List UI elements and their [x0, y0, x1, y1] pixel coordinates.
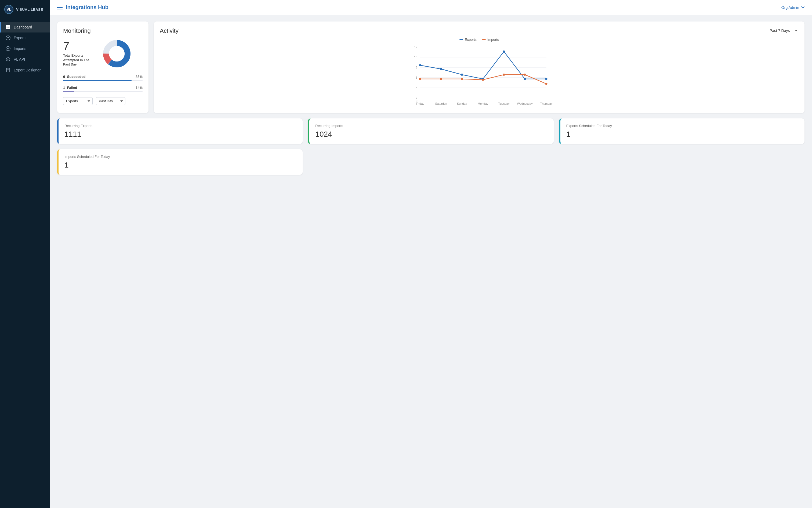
- legend-exports-label: Exports: [465, 38, 477, 42]
- sidebar-item-export-designer[interactable]: Export Designer: [0, 65, 50, 76]
- svg-point-17: [109, 46, 125, 61]
- monitoring-title: Monitoring: [63, 28, 142, 34]
- logo-icon: VL: [4, 5, 13, 14]
- topbar-left: Integrations Hub: [57, 4, 109, 10]
- sidebar-label-exports: Exports: [14, 36, 26, 40]
- svg-point-51: [545, 83, 548, 85]
- svg-point-46: [440, 78, 442, 80]
- svg-rect-1: [8, 25, 10, 27]
- hamburger-menu[interactable]: [57, 6, 62, 9]
- monitoring-body: 7 Total Exports Attempted In The Past Da…: [63, 38, 142, 70]
- activity-header: Activity Past 7 Days Past 30 Days Past 9…: [160, 28, 799, 34]
- activity-card: Activity Past 7 Days Past 30 Days Past 9…: [154, 22, 805, 113]
- failed-count: 1: [63, 86, 65, 90]
- chevron-down-icon: [801, 6, 805, 9]
- sidebar-item-imports[interactable]: Imports: [0, 43, 50, 54]
- sidebar-label-export-designer: Export Designer: [14, 68, 41, 72]
- sidebar-item-dashboard[interactable]: Dashboard: [0, 22, 50, 33]
- stat-label-recurring-imports: Recurring Imports: [315, 124, 548, 128]
- vl-api-icon: API: [6, 57, 10, 62]
- topbar: Integrations Hub Org Admin: [50, 0, 812, 15]
- svg-rect-3: [8, 28, 10, 29]
- svg-text:12: 12: [414, 45, 417, 49]
- exports-icon: [6, 35, 10, 40]
- stat-card-recurring-exports: Recurring Exports 1111: [57, 118, 303, 144]
- monitoring-info: 7 Total Exports Attempted In The Past Da…: [63, 41, 95, 67]
- svg-point-49: [503, 74, 505, 76]
- stat-value-exports-today: 1: [566, 130, 799, 138]
- legend-imports-label: Imports: [487, 38, 499, 42]
- svg-point-42: [503, 50, 505, 53]
- succeeded-bar: [63, 80, 132, 81]
- sidebar-item-exports[interactable]: Exports: [0, 33, 50, 43]
- sidebar-item-vl-api[interactable]: API VL API: [0, 54, 50, 65]
- legend-imports: Imports: [482, 38, 499, 42]
- imports-legend-color: [482, 39, 486, 40]
- svg-text:API: API: [6, 59, 9, 61]
- svg-text:Monday: Monday: [478, 102, 488, 105]
- logo-name: VISUAL LEASE: [16, 7, 43, 11]
- svg-point-47: [461, 78, 463, 80]
- stat-card-exports-today: Exports Scheduled For Today 1: [559, 118, 805, 144]
- sidebar: VL VISUAL LEASE Dashboard Exports Import…: [0, 0, 50, 508]
- export-designer-icon: [6, 68, 10, 73]
- svg-text:Friday: Friday: [416, 102, 424, 105]
- stat-value-imports-today: 1: [65, 161, 297, 169]
- succeeded-count: 6: [63, 75, 65, 79]
- succeeded-pct: 86%: [136, 75, 142, 79]
- legend-exports: Exports: [460, 38, 477, 42]
- svg-point-39: [440, 68, 442, 70]
- dashboard-icon: [6, 25, 10, 30]
- org-admin-menu[interactable]: Org Admin: [781, 5, 805, 10]
- chart-legend: Exports Imports: [160, 38, 799, 42]
- svg-text:Wednesday: Wednesday: [517, 102, 533, 105]
- svg-point-48: [482, 79, 484, 81]
- svg-point-44: [545, 78, 548, 80]
- svg-text:4: 4: [416, 86, 417, 89]
- stat-cards-row2: Imports Scheduled For Today 1: [57, 149, 805, 175]
- stat-value-recurring-imports: 1024: [315, 130, 548, 138]
- svg-point-40: [461, 74, 463, 76]
- exports-legend-color: [460, 39, 463, 40]
- failed-label: Failed: [67, 86, 77, 90]
- stat-label-imports-today: Imports Scheduled For Today: [65, 155, 297, 159]
- org-label: Org Admin: [781, 5, 799, 10]
- svg-text:10: 10: [414, 55, 417, 59]
- page-title: Integrations Hub: [66, 4, 109, 10]
- svg-rect-0: [6, 25, 8, 27]
- type-select[interactable]: Exports Imports: [63, 97, 93, 105]
- monitoring-total: 7: [63, 41, 95, 52]
- svg-point-43: [524, 78, 526, 80]
- monitoring-controls: Exports Imports Past Day Past Week Past …: [63, 97, 142, 105]
- svg-rect-2: [6, 28, 8, 29]
- svg-text:Tuesday: Tuesday: [498, 102, 510, 105]
- svg-text:8: 8: [416, 66, 417, 69]
- svg-text:Saturday: Saturday: [435, 102, 447, 105]
- main-content: Monitoring 7 Total Exports Attempted In …: [50, 15, 812, 508]
- activity-title: Activity: [160, 28, 179, 34]
- sidebar-label-vl-api: VL API: [14, 57, 25, 61]
- failed-pct: 14%: [136, 86, 142, 90]
- progress-section: 6 Succeeded 86% 1 F: [63, 75, 142, 92]
- svg-point-38: [419, 64, 421, 66]
- period-select[interactable]: Past Day Past Week Past Month: [96, 97, 125, 105]
- svg-text:Sunday: Sunday: [457, 102, 467, 105]
- main-area: Integrations Hub Org Admin Monitoring 7 …: [50, 0, 812, 508]
- stat-card-imports-today: Imports Scheduled For Today 1: [57, 149, 303, 175]
- activity-period-select[interactable]: Past 7 Days Past 30 Days Past 90 Days: [770, 28, 799, 34]
- sidebar-label-dashboard: Dashboard: [14, 25, 32, 29]
- stat-cards-row: Recurring Exports 1111 Recurring Imports…: [57, 118, 805, 144]
- stat-value-recurring-exports: 1111: [65, 130, 297, 138]
- failed-progress: 1 Failed 14%: [63, 86, 142, 92]
- svg-text:6: 6: [416, 76, 417, 79]
- svg-point-45: [419, 78, 421, 80]
- svg-text:Thursday: Thursday: [540, 102, 553, 105]
- imports-icon: [6, 46, 10, 51]
- logo-area: VL VISUAL LEASE: [0, 0, 50, 19]
- donut-chart: [101, 38, 133, 70]
- sidebar-nav: Dashboard Exports Imports API VL API Exp…: [0, 19, 50, 78]
- succeeded-label: Succeeded: [67, 75, 86, 79]
- stat-label-exports-today: Exports Scheduled For Today: [566, 124, 799, 128]
- sidebar-label-imports: Imports: [14, 46, 26, 51]
- svg-point-50: [524, 74, 526, 76]
